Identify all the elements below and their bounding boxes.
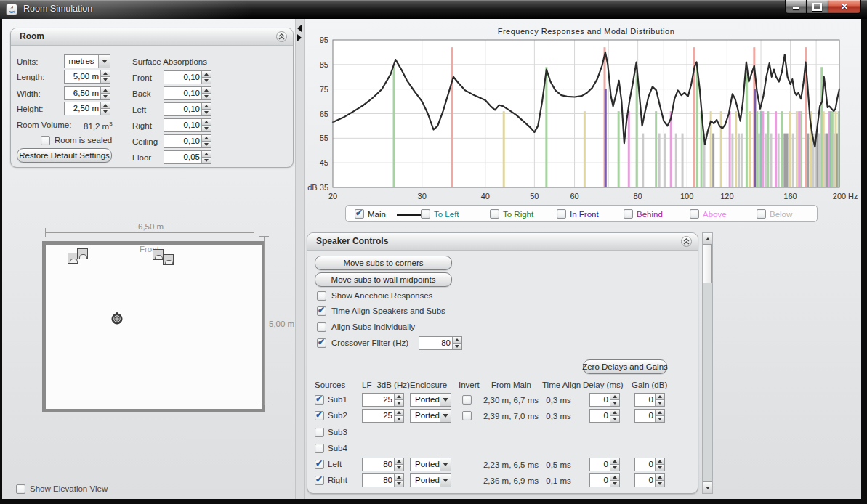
sub2-delay-spinner[interactable]: 0 (589, 409, 620, 423)
spinner-down-button[interactable] (395, 399, 403, 406)
spinner-up-button[interactable] (395, 474, 403, 480)
dropdown-arrow-button[interactable] (440, 474, 451, 487)
sub3-enable-checkbox[interactable] (315, 428, 324, 437)
spinner-up-button[interactable] (202, 151, 211, 157)
expand-right-arrow-icon[interactable] (297, 34, 302, 41)
spinner-down-button[interactable] (202, 141, 211, 147)
spinner-down-button[interactable] (395, 415, 403, 422)
move-subs-to-corners-button[interactable]: Move subs to corners (315, 256, 452, 270)
spinner-down-button[interactable] (656, 399, 664, 406)
sub1-enable-checkbox[interactable] (315, 395, 324, 405)
restore-default-settings-button[interactable]: Restore Default Settings (17, 148, 112, 163)
right-speaker-enable-checkbox[interactable] (315, 476, 324, 485)
left-delay-spinner[interactable]: 0 (589, 458, 620, 471)
collapse-panel-button[interactable] (681, 236, 692, 247)
spinner-up-button[interactable] (202, 135, 211, 141)
main-trace-checkbox[interactable] (355, 209, 364, 219)
spinner-up-button[interactable] (656, 394, 664, 399)
spinner-down-button[interactable] (395, 464, 403, 471)
spinner-down-button[interactable] (453, 343, 461, 349)
spinner-up-button[interactable] (656, 410, 664, 415)
zero-delays-and-gains-button[interactable]: Zero Delays and Gains (583, 359, 667, 374)
spinner-up-button[interactable] (202, 71, 211, 77)
crossover-filter-checkbox[interactable] (317, 338, 326, 348)
dropdown-arrow-button[interactable] (440, 394, 451, 406)
room-plan-view[interactable] (42, 241, 265, 412)
absorption-ceiling-spinner[interactable]: 0,10 (164, 134, 211, 148)
left-gain-spinner[interactable]: 0 (634, 458, 665, 471)
sub1-lf-spinner[interactable]: 25 (362, 393, 404, 407)
dropdown-arrow-button[interactable] (440, 458, 451, 471)
spinner-up-button[interactable] (656, 458, 664, 464)
spinner-down-button[interactable] (202, 109, 211, 115)
spinner-up-button[interactable] (610, 458, 619, 464)
dropdown-arrow-button[interactable] (440, 410, 451, 422)
spinner-up-button[interactable] (395, 410, 403, 415)
scroll-down-button[interactable] (703, 481, 712, 493)
spinner-down-button[interactable] (101, 76, 110, 83)
right-delay-spinner[interactable]: 0 (589, 473, 620, 487)
sub1-delay-spinner[interactable]: 0 (589, 393, 620, 407)
title-bar[interactable]: Room Simulation ✕ (0, 0, 867, 19)
to-right-trace-checkbox[interactable] (490, 209, 499, 219)
absorption-floor-spinner[interactable]: 0,05 (164, 150, 211, 164)
left-lf-spinner[interactable]: 80 (362, 458, 404, 471)
units-dropdown[interactable]: metres (64, 54, 110, 68)
spinner-up-button[interactable] (656, 474, 664, 480)
spinner-up-button[interactable] (202, 103, 211, 109)
collapse-panel-button[interactable] (276, 31, 287, 42)
to-left-trace-checkbox[interactable] (421, 209, 430, 219)
spinner-down-button[interactable] (656, 480, 664, 487)
spinner-down-button[interactable] (610, 399, 619, 406)
left-enclosure-dropdown[interactable]: Ported (410, 458, 451, 471)
subwoofer-icon[interactable] (163, 254, 174, 265)
close-button[interactable]: ✕ (828, 0, 861, 14)
spinner-up-button[interactable] (453, 337, 461, 343)
spinner-down-button[interactable] (202, 77, 211, 84)
spinner-up-button[interactable] (610, 474, 619, 480)
in-front-trace-checkbox[interactable] (557, 209, 566, 219)
sub2-enable-checkbox[interactable] (315, 411, 324, 420)
scrollbar-thumb[interactable] (703, 245, 712, 283)
spinner-up-button[interactable] (101, 102, 110, 108)
listener-position-icon[interactable] (110, 311, 124, 325)
sub1-enclosure-dropdown[interactable]: Ported (410, 393, 451, 407)
absorption-back-spinner[interactable]: 0,10 (164, 86, 211, 100)
right-speaker-icon[interactable] (153, 249, 164, 260)
spinner-up-button[interactable] (395, 458, 403, 464)
show-elevation-view-checkbox[interactable] (16, 484, 25, 494)
move-subs-to-wall-midpoints-button[interactable]: Move subs to wall midpoints (315, 272, 452, 287)
left-speaker-enable-checkbox[interactable] (315, 460, 324, 469)
room-is-sealed-checkbox[interactable] (41, 136, 50, 145)
behind-trace-checkbox[interactable] (624, 209, 633, 219)
height-spinner[interactable]: 2,50 m (64, 102, 110, 115)
spinner-up-button[interactable] (610, 394, 619, 399)
minimize-button[interactable] (785, 0, 807, 14)
absorption-right-spinner[interactable]: 0,10 (164, 118, 211, 132)
sub2-lf-spinner[interactable]: 25 (362, 409, 404, 423)
right-enclosure-dropdown[interactable]: Ported (410, 473, 451, 487)
absorption-front-spinner[interactable]: 0,10 (164, 70, 211, 84)
spinner-down-button[interactable] (610, 415, 619, 422)
spinner-up-button[interactable] (101, 87, 110, 93)
right-gain-spinner[interactable]: 0 (634, 473, 665, 487)
spinner-down-button[interactable] (101, 93, 110, 99)
spinner-up-button[interactable] (610, 410, 619, 415)
scroll-up-button[interactable] (703, 233, 712, 245)
spinner-down-button[interactable] (202, 125, 211, 131)
spinner-up-button[interactable] (202, 119, 211, 125)
sub2-invert-checkbox[interactable] (462, 411, 472, 420)
spinner-down-button[interactable] (656, 464, 664, 471)
vertical-splitter[interactable] (295, 19, 305, 499)
sub2-gain-spinner[interactable]: 0 (634, 409, 665, 423)
below-trace-checkbox[interactable] (757, 209, 766, 219)
align-subs-individually-checkbox[interactable] (317, 322, 326, 332)
length-spinner[interactable]: 5,00 m (64, 70, 110, 84)
width-spinner[interactable]: 6,50 m (64, 86, 110, 100)
show-anechoic-responses-checkbox[interactable] (317, 291, 326, 301)
sub4-enable-checkbox[interactable] (315, 444, 324, 453)
left-speaker-icon[interactable] (77, 248, 88, 259)
sub2-enclosure-dropdown[interactable]: Ported (410, 409, 451, 423)
spinner-up-button[interactable] (101, 70, 110, 76)
sub1-gain-spinner[interactable]: 0 (634, 393, 665, 407)
